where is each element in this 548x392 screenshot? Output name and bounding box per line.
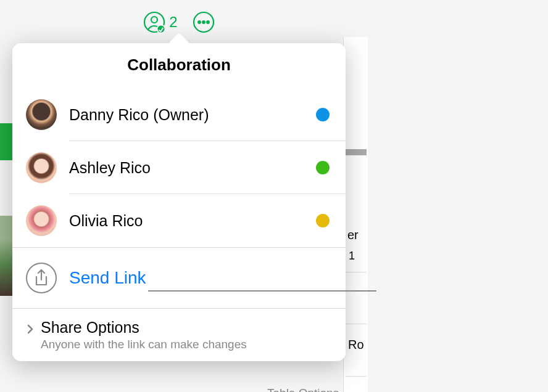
background-table-options-label: Table Options [267, 386, 339, 392]
status-dot-icon [316, 214, 330, 227]
callout-line [148, 290, 376, 292]
avatar [26, 99, 57, 130]
collaboration-popover: Collaboration Danny Rico (Owner) Ashley … [12, 43, 346, 361]
background-divider [346, 272, 367, 272]
chevron-right-icon [26, 324, 35, 337]
share-icon [26, 263, 57, 293]
svg-point-5 [202, 21, 205, 23]
send-link-button[interactable]: Send Link [12, 248, 346, 308]
status-dot-icon [316, 161, 330, 174]
send-link-label: Send Link [69, 268, 146, 288]
participant-row[interactable]: Olivia Rico [12, 194, 346, 247]
background-text-fragment: er [347, 228, 359, 242]
share-options-subtitle: Anyone with the link can make changes [41, 338, 247, 351]
background-text-fragment: 1 [349, 250, 355, 263]
participant-name: Olivia Rico [69, 212, 316, 230]
participant-row[interactable]: Ashley Rico [12, 141, 346, 194]
background-photo-fragment [0, 216, 12, 296]
participant-name: Ashley Rico [69, 159, 316, 177]
participant-list: Danny Rico (Owner) Ashley Rico Olivia Ri… [12, 88, 346, 247]
svg-point-6 [207, 21, 209, 23]
share-options-title: Share Options [41, 319, 247, 337]
participant-name: Danny Rico (Owner) [69, 106, 316, 124]
background-divider [346, 324, 367, 324]
popover-title: Collaboration [12, 43, 346, 88]
svg-point-4 [198, 21, 201, 23]
status-dot-icon [316, 108, 330, 121]
participant-row[interactable]: Danny Rico (Owner) [12, 88, 346, 141]
background-gray-bar [343, 149, 367, 155]
avatar [26, 205, 57, 236]
background-text-fragment: Ro [348, 338, 364, 352]
more-button[interactable] [193, 11, 215, 33]
background-green-fragment [0, 123, 12, 160]
collaboration-count: 2 [169, 14, 177, 31]
share-options-content: Share Options Anyone with the link can m… [41, 319, 247, 351]
background-divider [346, 376, 367, 377]
svg-point-1 [151, 17, 157, 23]
avatar [26, 152, 57, 183]
share-options-button[interactable]: Share Options Anyone with the link can m… [12, 309, 346, 361]
person-circle-icon [143, 11, 165, 33]
collaboration-button[interactable]: 2 [143, 11, 177, 33]
